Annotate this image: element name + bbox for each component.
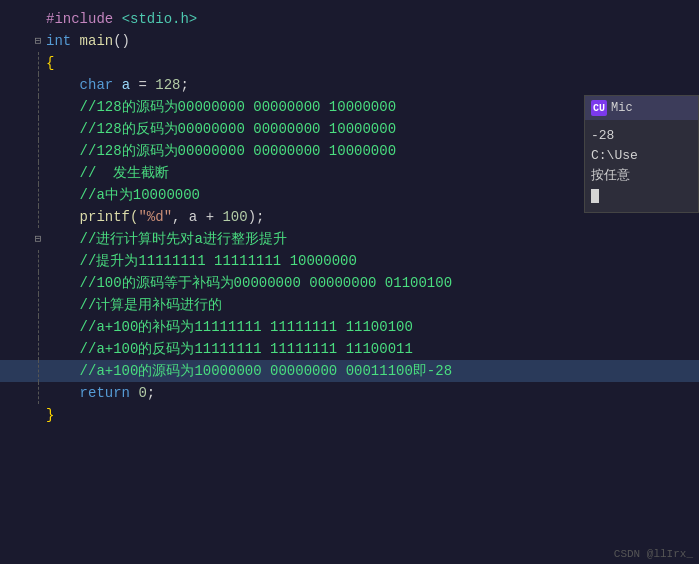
code-line-wrapper: //计算是用补码进行的 <box>0 294 699 316</box>
fold-indicator <box>30 74 46 96</box>
code-lines: #include <stdio.h>⊟int main(){ char a = … <box>0 0 699 564</box>
line-number <box>0 184 30 206</box>
code-text: return 0; <box>46 382 699 404</box>
code-line-wrapper: //提升为11111111 11111111 10000000 <box>0 250 699 272</box>
line-number <box>0 272 30 294</box>
line-number <box>0 8 30 30</box>
line-number <box>0 360 30 382</box>
overlay-line-1: -28 <box>591 126 692 146</box>
code-text: //100的源码等于补码为00000000 00000000 01100100 <box>46 272 699 294</box>
overlay-line-2: C:\Use <box>591 146 692 166</box>
code-line-wrapper: //a+100的反码为11111111 11111111 11100011 <box>0 338 699 360</box>
line-number <box>0 316 30 338</box>
fold-indicator <box>30 206 46 228</box>
fold-indicator[interactable]: ⊟ <box>30 30 46 52</box>
fold-indicator <box>30 162 46 184</box>
overlay-line-3: 按任意 <box>591 166 692 186</box>
fold-indicator[interactable]: ⊟ <box>30 228 46 250</box>
code-line-wrapper: } <box>0 404 699 426</box>
fold-indicator <box>30 250 46 272</box>
code-text: //提升为11111111 11111111 10000000 <box>46 250 699 272</box>
code-line-wrapper: char a = 128; <box>0 74 699 96</box>
fold-indicator <box>30 96 46 118</box>
code-line-wrapper: #include <stdio.h> <box>0 8 699 30</box>
line-number <box>0 382 30 404</box>
line-number <box>0 96 30 118</box>
line-number <box>0 140 30 162</box>
code-text: //进行计算时先对a进行整形提升 <box>46 228 699 250</box>
code-line-wrapper: //a+100的源码为10000000 00000000 00011100即-2… <box>0 360 699 382</box>
code-line-wrapper: //a+100的补码为11111111 11111111 11100100 <box>0 316 699 338</box>
fold-indicator <box>30 52 46 74</box>
code-text: #include <stdio.h> <box>46 8 699 30</box>
line-number <box>0 338 30 360</box>
code-line-wrapper: { <box>0 52 699 74</box>
code-text: //a+100的补码为11111111 11111111 11100100 <box>46 316 699 338</box>
fold-indicator <box>30 360 46 382</box>
fold-indicator <box>30 382 46 404</box>
code-text: char a = 128; <box>46 74 699 96</box>
overlay-content: -28 C:\Use 按任意 <box>585 120 698 212</box>
code-line-wrapper: //100的源码等于补码为00000000 00000000 01100100 <box>0 272 699 294</box>
watermark: CSDN @llIrx_ <box>614 548 693 560</box>
line-number <box>0 52 30 74</box>
code-text: //计算是用补码进行的 <box>46 294 699 316</box>
overlay-header: CU Mic <box>585 96 698 120</box>
line-number <box>0 404 30 426</box>
code-editor: #include <stdio.h>⊟int main(){ char a = … <box>0 0 699 564</box>
code-text: } <box>46 404 699 426</box>
line-number <box>0 74 30 96</box>
overlay-icon: CU <box>591 100 607 116</box>
code-text: //a+100的反码为11111111 11111111 11100011 <box>46 338 699 360</box>
code-line-wrapper: return 0; <box>0 382 699 404</box>
code-line-wrapper: ⊟int main() <box>0 30 699 52</box>
fold-indicator <box>30 404 46 426</box>
cursor <box>591 189 599 203</box>
line-number <box>0 250 30 272</box>
fold-indicator <box>30 184 46 206</box>
code-text: int main() <box>46 30 699 52</box>
line-number <box>0 118 30 140</box>
fold-indicator <box>30 338 46 360</box>
code-text: //a+100的源码为10000000 00000000 00011100即-2… <box>46 360 699 382</box>
overlay-panel: CU Mic -28 C:\Use 按任意 <box>584 95 699 213</box>
code-text: { <box>46 52 699 74</box>
code-line-wrapper: ⊟ //进行计算时先对a进行整形提升 <box>0 228 699 250</box>
line-number <box>0 294 30 316</box>
fold-indicator <box>30 140 46 162</box>
line-number <box>0 162 30 184</box>
fold-indicator <box>30 272 46 294</box>
fold-indicator <box>30 294 46 316</box>
fold-indicator <box>30 8 46 30</box>
line-number <box>0 206 30 228</box>
line-number <box>0 228 30 250</box>
fold-indicator <box>30 316 46 338</box>
overlay-cursor-line <box>591 186 692 206</box>
overlay-title: Mic <box>611 101 633 115</box>
fold-indicator <box>30 118 46 140</box>
line-number <box>0 30 30 52</box>
